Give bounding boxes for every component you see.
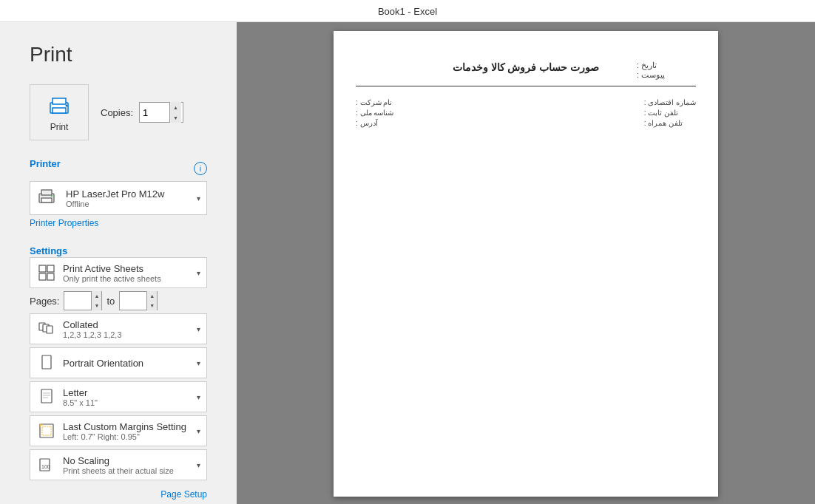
copies-down-button[interactable]: ▼ [169,112,181,123]
preview-nationalid-label: شناسه ملی : [356,109,393,117]
page-title: Print [30,43,207,67]
scaling-desc: Print sheets at their actual size [63,466,194,475]
svg-rect-11 [47,273,54,280]
margins-text: Last Custom Margins Setting Left: 0.7" R… [63,421,194,441]
printer-name: HP LaserJet Pro M12w [66,188,164,200]
svg-rect-1 [53,98,66,104]
print-button[interactable]: Print [30,84,89,140]
setting-row-margins[interactable]: Last Custom Margins Setting Left: 0.7" R… [30,415,207,446]
preview-company-label: نام شرکت : [356,98,392,106]
orientation-text: Portrait Orientation [63,358,194,369]
scaling-name: No Scaling [63,455,194,466]
pages-from-input[interactable] [64,294,91,307]
collated-icon [36,319,57,339]
pages-from-down[interactable]: ▼ [91,301,101,310]
copies-up-button[interactable]: ▲ [169,102,181,112]
printer-info: HP LaserJet Pro M12w Offline [36,186,164,210]
settings-section: Settings Print Active Sheets Only print … [30,244,207,483]
svg-rect-2 [53,108,66,113]
copies-input-wrap: ▲ ▼ [139,102,183,123]
title-bar: Book1 - Excel [0,0,815,22]
pages-to-label: to [106,296,115,307]
svg-rect-6 [41,198,52,202]
printer-icon [46,92,72,119]
preview-mobile-label: تلفن همراه : [644,119,683,127]
pages-to-spinner: ▲ ▼ [146,291,157,310]
print-active-sheets-icon [36,262,57,283]
printer-device-icon [36,186,57,207]
svg-text:100: 100 [41,464,50,469]
scaling-arrow: ▾ [197,461,200,469]
svg-rect-10 [39,273,46,280]
window-title: Book1 - Excel [378,6,437,17]
paper-size-icon [36,386,57,407]
page-setup-link[interactable]: Page Setup [30,489,207,500]
setting-row-collated[interactable]: Collated 1,2,3 1,2,3 1,2,3 ▾ [30,313,207,344]
svg-rect-5 [41,190,52,195]
printer-icon-wrap [36,186,60,210]
paper-size-arrow: ▾ [197,393,200,401]
svg-rect-9 [47,265,54,272]
svg-rect-14 [47,326,53,333]
printer-properties-link[interactable]: Printer Properties [30,218,98,228]
preview-date-label: تاریخ : [637,61,657,70]
pages-row: Pages: ▲ ▼ to ▲ ▼ [30,291,207,310]
pages-to-input[interactable] [120,294,146,307]
setting-row-paper-size[interactable]: Letter 8.5" x 11" ▾ [30,381,207,412]
preview-title: صورت حساب فروش کالا وخدمات [453,61,600,73]
settings-section-title: Settings [30,245,67,256]
pages-label: Pages: [30,296,59,307]
setting-row-scaling[interactable]: 100 No Scaling Print sheets at their act… [30,449,207,480]
orientation-name: Portrait Orientation [63,358,194,369]
orientation-arrow: ▾ [197,359,200,367]
printer-status: Offline [66,200,164,208]
collated-text: Collated 1,2,3 1,2,3 1,2,3 [63,319,194,339]
svg-point-3 [66,105,68,107]
copies-area: Copies: ▲ ▼ [101,102,183,123]
svg-rect-16 [41,389,52,403]
pages-from-input-wrap: ▲ ▼ [64,291,102,310]
setting-row-print-active-sheets[interactable]: Print Active Sheets Only print the activ… [30,257,207,288]
paper-size-name: Letter [63,387,194,398]
margins-icon [36,420,57,441]
copies-input[interactable] [140,106,169,120]
right-panel: تاریخ : پیوست : صورت حساب فروش کالا وخدم… [237,22,815,504]
svg-point-7 [51,195,53,197]
preview-fixline-label: تلفن ثابت : [644,109,678,117]
left-panel: Print Print Copies: ▲ ▼ [0,22,237,504]
print-active-sheets-desc: Only print the active sheets [63,274,194,283]
margins-arrow: ▾ [197,427,200,435]
pages-to-input-wrap: ▲ ▼ [119,291,158,310]
orientation-icon [36,353,57,373]
collated-arrow: ▾ [197,325,200,333]
copies-label: Copies: [101,107,133,118]
collated-desc: 1,2,3 1,2,3 1,2,3 [63,330,194,339]
preview-attach-label: پیوست : [637,70,665,80]
preview-address-label: آدرس : [356,119,378,127]
printer-info-icon[interactable]: i [194,162,207,175]
scaling-text: No Scaling Print sheets at their actual … [63,455,194,475]
print-button-label: Print [50,122,69,132]
setting-row-orientation[interactable]: Portrait Orientation ▾ [30,347,207,378]
preview-page: تاریخ : پیوست : صورت حساب فروش کالا وخدم… [334,31,718,497]
printer-dropdown-arrow: ▾ [197,194,200,202]
paper-size-text: Letter 8.5" x 11" [63,387,194,407]
pages-to-up[interactable]: ▲ [146,291,157,301]
pages-from-up[interactable]: ▲ [91,291,101,301]
printer-section: Printer i HP Laser [30,158,207,229]
printer-name-wrap: HP LaserJet Pro M12w Offline [66,188,164,208]
print-active-sheets-name: Print Active Sheets [63,263,194,274]
scaling-icon: 100 [36,454,57,475]
print-active-sheets-arrow: ▾ [197,269,200,277]
collated-name: Collated [63,319,194,330]
paper-size-desc: 8.5" x 11" [63,398,194,407]
pages-from-spinner: ▲ ▼ [91,291,101,310]
pages-to-down[interactable]: ▼ [146,301,157,310]
margins-desc: Left: 0.7" Right: 0.95" [63,432,194,441]
print-button-area: Print Copies: ▲ ▼ [30,84,207,140]
info-icon-label: i [200,164,201,173]
printer-dropdown[interactable]: HP LaserJet Pro M12w Offline ▾ [30,181,207,215]
copies-spinner: ▲ ▼ [169,102,181,123]
print-active-sheets-text: Print Active Sheets Only print the activ… [63,263,194,283]
printer-section-title: Printer [30,158,61,169]
